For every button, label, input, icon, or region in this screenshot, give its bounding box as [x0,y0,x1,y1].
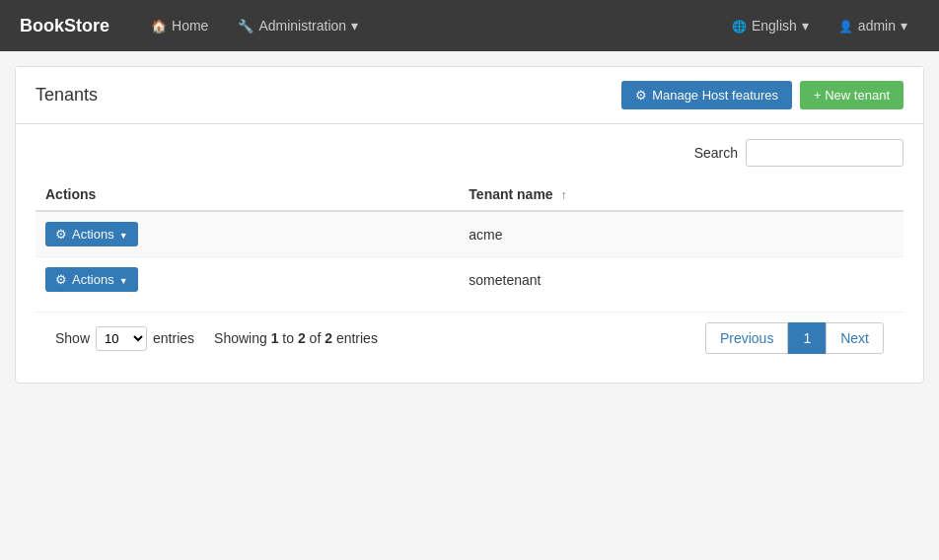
wrench-icon [238,18,253,34]
table-header: Actions Tenant name ↑ [36,178,903,211]
actions-caret [119,272,128,287]
table-row: Actions sometenant [36,257,903,303]
navbar: BookStore Home Administration English ad… [0,0,939,51]
table-body: Actions acme Actions sometenant [36,211,903,302]
new-tenant-button[interactable]: + New tenant [800,81,903,109]
nav-administration-label: Administration [258,18,346,34]
row1-actions-button[interactable]: Actions [45,222,138,246]
nav-home[interactable]: Home [139,12,220,39]
pagination: Previous 1 Next [705,322,884,354]
nav-language-label: English [752,18,797,34]
gear-icon: ⚙ [635,88,647,103]
page-title: Tenants [36,85,98,105]
previous-button[interactable]: Previous [705,322,788,354]
gear-icon [55,272,67,287]
entries-per-page-select[interactable]: 10 25 50 100 [96,326,147,351]
sort-icon: ↑ [561,188,567,202]
globe-icon [732,18,747,34]
search-input[interactable] [746,139,903,167]
table-area: Search Actions Tenant name ↑ [16,124,923,383]
language-caret [802,18,809,34]
nav-language[interactable]: English [720,12,821,39]
nav-admin[interactable]: admin [827,12,919,39]
row2-tenant-name: sometenant [459,257,903,303]
row1-tenant-name: acme [459,211,903,257]
nav-admin-label: admin [858,18,896,34]
manage-host-button[interactable]: ⚙ Manage Host features [621,81,792,109]
show-entries: Show 10 25 50 100 entries [55,326,194,351]
actions-caret [119,227,128,242]
page-1-button[interactable]: 1 [788,322,826,354]
show-label: Show [55,330,90,346]
app-brand[interactable]: BookStore [20,16,109,36]
table-row: Actions acme [36,211,903,257]
showing-info: Showing 1 to 2 of 2 entries [214,330,378,346]
nav-right: English admin [720,12,919,39]
user-icon [838,18,853,34]
nav-home-label: Home [172,18,208,34]
table-footer: Show 10 25 50 100 entries Showing 1 to 2… [36,312,903,368]
header-buttons: ⚙ Manage Host features + New tenant [621,81,903,109]
admin-caret [901,18,907,34]
row1-actions-cell: Actions [36,211,459,257]
entries-label: entries [153,330,194,346]
tenants-table: Actions Tenant name ↑ Actions [36,178,903,302]
gear-icon [55,227,67,242]
search-bar: Search [36,139,903,167]
nav-administration[interactable]: Administration [226,12,370,39]
row2-actions-cell: Actions [36,257,459,303]
page-header: Tenants ⚙ Manage Host features + New ten… [16,67,923,124]
col-actions: Actions [36,178,459,211]
nav-links: Home Administration [139,12,720,39]
home-icon [151,18,167,34]
main-content: Tenants ⚙ Manage Host features + New ten… [15,66,924,384]
search-label: Search [694,145,738,161]
administration-caret [351,18,358,34]
next-button[interactable]: Next [826,322,884,354]
col-tenant-name[interactable]: Tenant name ↑ [459,178,903,211]
row2-actions-button[interactable]: Actions [45,267,138,292]
